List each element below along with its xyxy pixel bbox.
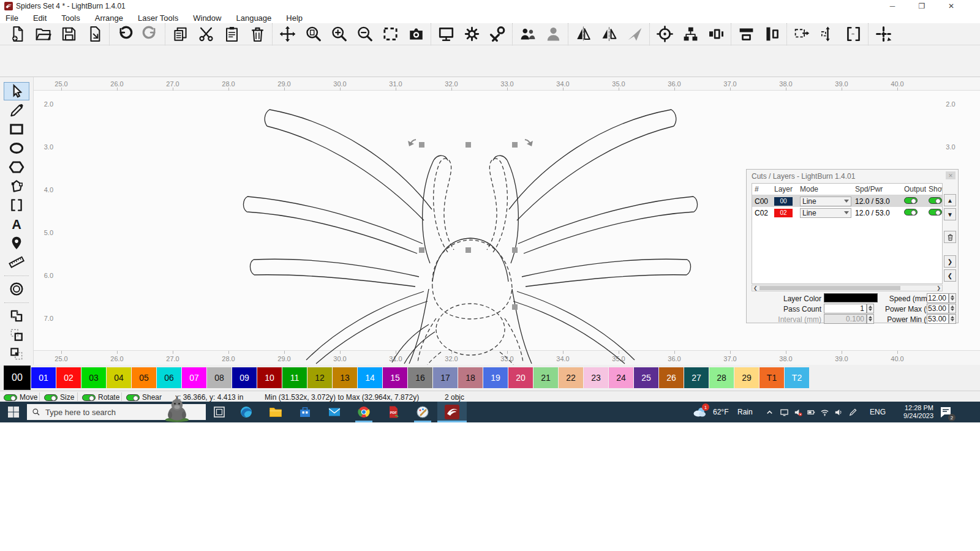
interval-input[interactable]: 0.100 — [824, 314, 867, 324]
store-icon[interactable] — [298, 405, 312, 419]
paste-icon[interactable] — [219, 24, 244, 44]
measure-tool[interactable] — [4, 253, 29, 271]
polygon-tool[interactable] — [4, 158, 29, 176]
palette-chip-21[interactable]: 21 — [533, 367, 558, 388]
palette-chip-02[interactable]: 02 — [56, 367, 81, 388]
menu-item-language[interactable]: Language — [236, 13, 271, 23]
edge-taskbar-cell[interactable] — [232, 402, 261, 422]
palette-chip-05[interactable]: 05 — [132, 367, 156, 388]
create-text-tool[interactable]: A — [4, 215, 29, 233]
menu-item-help[interactable]: Help — [286, 13, 303, 23]
palette-chip-15[interactable]: 15 — [383, 367, 407, 388]
selection-handle[interactable] — [466, 247, 471, 253]
speed-spinner[interactable] — [949, 293, 956, 303]
speed-input[interactable]: 12.00 — [927, 293, 949, 303]
draw-lines-tool[interactable] — [4, 101, 29, 119]
mail-taskbar-cell[interactable] — [320, 402, 349, 422]
scroll-right-icon[interactable]: ❯ — [937, 285, 941, 291]
pass-count-input[interactable]: 1 — [824, 304, 867, 313]
tray-speaker-icon[interactable] — [833, 407, 843, 417]
palette-chip-14[interactable]: 14 — [358, 367, 382, 388]
delete-icon[interactable] — [244, 24, 270, 44]
palette-chip-28[interactable]: 28 — [709, 367, 734, 388]
tray-chevron-up-icon[interactable] — [764, 407, 774, 417]
zoom-page-icon[interactable] — [300, 24, 326, 44]
pdf-taskbar-cell[interactable]: PDF — [379, 402, 408, 422]
edge-icon[interactable] — [239, 405, 254, 419]
zoom-in-icon[interactable] — [326, 24, 352, 44]
task-view-icon[interactable] — [212, 405, 227, 419]
palette-chip-13[interactable]: 13 — [333, 367, 357, 388]
start-button[interactable] — [6, 405, 21, 419]
palette-chip-06[interactable]: 06 — [157, 367, 181, 388]
output-toggle[interactable] — [904, 209, 918, 216]
machine-tools-icon[interactable] — [484, 24, 510, 44]
palette-chip-07[interactable]: 07 — [182, 367, 206, 388]
palette-chip-18[interactable]: 18 — [458, 367, 483, 388]
resize-arrows-icon[interactable] — [815, 24, 840, 44]
scroll-left-icon[interactable]: ❮ — [753, 285, 758, 291]
column-header-layer[interactable]: Layer — [772, 185, 797, 193]
layer-row-C02[interactable]: C0202Line12.0 / 53.0 — [752, 207, 942, 219]
pdf-icon[interactable]: PDF — [386, 405, 401, 419]
device-settings-icon[interactable] — [459, 24, 484, 44]
palette-chip-03[interactable]: 03 — [81, 367, 106, 388]
palette-chip-09[interactable]: 09 — [232, 367, 257, 388]
palette-chip-19[interactable]: 19 — [483, 367, 508, 388]
subtract-tool[interactable] — [4, 326, 29, 344]
palette-chip-08[interactable]: 08 — [207, 367, 232, 388]
layer-color-chip[interactable]: 02 — [774, 209, 793, 217]
power-max-spinner[interactable] — [949, 304, 956, 313]
palette-chip-27[interactable]: 27 — [684, 367, 709, 388]
focus-target-icon[interactable] — [652, 24, 677, 44]
save-file-icon[interactable] — [56, 24, 81, 44]
offset-shapes-tool[interactable] — [4, 280, 29, 298]
selection-handle[interactable] — [512, 304, 518, 310]
palette-chip-22[interactable]: 22 — [559, 367, 583, 388]
layer-move-up-button[interactable]: ▲ — [944, 194, 956, 206]
rotate-toggle[interactable]: Rotate — [82, 393, 119, 402]
mail-icon[interactable] — [327, 405, 342, 419]
cut-icon[interactable] — [193, 24, 219, 44]
taskbar-clock[interactable]: 12:28 PM 9/24/2023 — [893, 404, 933, 420]
output-toggle[interactable] — [904, 197, 918, 204]
copy-icon[interactable] — [167, 24, 193, 44]
menu-item-edit[interactable]: Edit — [33, 13, 47, 23]
dock-shapes-icon[interactable] — [677, 24, 703, 44]
menu-item-tools[interactable]: Tools — [61, 13, 80, 23]
group-shapes-icon[interactable] — [514, 24, 540, 44]
column-header-mode[interactable]: Mode — [797, 185, 853, 193]
palette-chip-04[interactable]: 04 — [107, 367, 131, 388]
lightburn-taskbar-cell[interactable] — [437, 402, 467, 422]
layer-mode-dropdown[interactable]: Line — [800, 197, 851, 206]
distribute-h-icon[interactable] — [733, 24, 759, 44]
restore-button[interactable]: ❐ — [913, 0, 931, 12]
layer-color-chip[interactable]: 00 — [774, 197, 793, 206]
selection-handle[interactable] — [512, 247, 518, 253]
scroll-thumb[interactable] — [760, 286, 900, 290]
lightburn-icon[interactable] — [445, 405, 459, 419]
shear-shape-icon[interactable] — [622, 24, 647, 44]
redo-icon[interactable] — [137, 24, 163, 44]
chrome-icon[interactable] — [356, 405, 371, 419]
palette-chip-24[interactable]: 24 — [609, 367, 633, 388]
layer-mode-dropdown[interactable]: Line — [800, 208, 851, 218]
chrome-taskbar-cell[interactable] — [349, 402, 379, 422]
power-max-input[interactable]: 53.00 — [927, 304, 949, 313]
crosshair-move-icon[interactable] — [870, 24, 896, 44]
layer-move-down-button[interactable]: ▼ — [944, 208, 956, 220]
size-toggle[interactable]: Size — [44, 393, 74, 402]
nudge-shapes-icon[interactable] — [703, 24, 729, 44]
show-toggle[interactable] — [929, 197, 942, 204]
store-taskbar-cell[interactable] — [290, 402, 320, 422]
pan-view-icon[interactable] — [274, 24, 300, 44]
close-button[interactable]: ✕ — [942, 0, 960, 12]
new-file-icon[interactable] — [4, 24, 30, 44]
shear-toggle[interactable]: Shear — [126, 393, 162, 402]
menu-item-arrange[interactable]: Arrange — [95, 13, 123, 23]
power-min-input[interactable]: 53.00 — [927, 314, 949, 324]
tray-volume-x-icon[interactable] — [793, 407, 802, 417]
show-toggle[interactable] — [929, 209, 942, 216]
open-file-icon[interactable] — [30, 24, 56, 44]
selection-handle[interactable] — [466, 142, 471, 148]
